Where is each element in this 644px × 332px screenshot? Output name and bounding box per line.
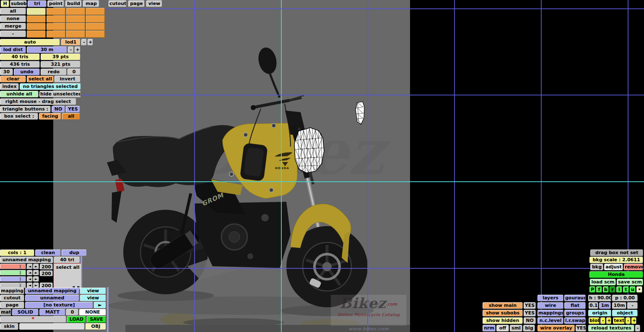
obj-button[interactable]: OBJ [86, 323, 106, 330]
nrm-off-button[interactable]: off [496, 325, 509, 332]
subob-grid-cell[interactable] [86, 15, 105, 23]
wire-overlay-button[interactable]: wire overlay [538, 325, 575, 332]
subob-grid-cell[interactable] [66, 8, 85, 15]
mat-solid-button[interactable]: SOLID [12, 309, 39, 316]
mappings-button[interactable]: mappings [538, 310, 564, 317]
color-select-all-box[interactable]: select all ◄ ► [54, 263, 82, 290]
grid-10m-button[interactable]: 10m [612, 302, 626, 309]
subob-grid-cell[interactable] [86, 23, 105, 30]
box-select-facing[interactable]: facing [39, 113, 61, 120]
save-scm-button[interactable]: save scm [617, 279, 643, 286]
lod-dist-plus-button[interactable]: + [75, 46, 80, 53]
text-minus-button[interactable]: - [626, 317, 631, 324]
mapping-name-display[interactable]: unnamed mapping [0, 257, 53, 263]
skin-name-field[interactable] [19, 323, 85, 330]
save-button[interactable]: SAVE [87, 316, 106, 323]
layers-button[interactable]: layers [538, 295, 564, 301]
tab-view[interactable]: view [146, 0, 162, 7]
red-dec-button[interactable]: ◄ [27, 264, 33, 269]
view-back-button[interactable]: b [603, 286, 609, 293]
grid-01m-button[interactable]: 0.1m [589, 302, 598, 309]
show-hidden-toggle[interactable]: NO [524, 317, 536, 324]
show-subobs-toggle[interactable]: YES [524, 310, 536, 317]
view-front-button[interactable]: f [596, 286, 602, 293]
view-left-button[interactable]: l [616, 286, 622, 293]
nclevel-button[interactable]: n.c.level [538, 317, 564, 324]
grid-minus-button[interactable]: - [627, 302, 638, 309]
show-subobs-button[interactable]: show subobs [483, 310, 523, 317]
tab-page[interactable]: page [128, 0, 145, 7]
subob-grid-cell[interactable] [27, 31, 46, 38]
wire-button[interactable]: wire [538, 302, 564, 309]
mat-none-button[interactable]: NONE [79, 309, 106, 316]
subob-none-button[interactable]: none [0, 15, 26, 22]
mapping-view-button[interactable]: view [80, 288, 106, 294]
subob-grid-cell-active[interactable] [27, 8, 46, 15]
subob-grid-cell[interactable] [27, 15, 46, 23]
origin-button[interactable]: origin [588, 310, 611, 317]
tab-tri[interactable]: tri [28, 0, 47, 7]
view-top-button[interactable]: t [623, 286, 629, 293]
subob-grid-cell[interactable] [86, 8, 105, 15]
cutout-row-value[interactable]: unnamed [25, 295, 79, 301]
view-dot-button[interactable]: • [636, 286, 642, 293]
triangle-buttons-yes[interactable]: YES [66, 106, 80, 113]
blob-button[interactable]: blob [589, 317, 600, 324]
clean-button[interactable]: clean [35, 250, 61, 256]
subob-minus-button[interactable]: - [0, 31, 26, 37]
wire-overlay-toggle[interactable]: YES [576, 325, 586, 332]
nrm-big-button[interactable]: big [523, 325, 535, 332]
gouraud-button[interactable]: gouraud [564, 295, 586, 301]
view-perspective-button[interactable]: P [589, 286, 595, 293]
headlight-mesh[interactable] [293, 127, 325, 173]
red-slider[interactable] [0, 264, 26, 269]
tab-point[interactable]: point [47, 0, 64, 7]
lod-dist-value[interactable]: 30 m [27, 46, 67, 53]
subob-all-button[interactable]: all [0, 8, 26, 15]
subob-merge-button[interactable]: merge [0, 23, 26, 30]
invert-button[interactable]: invert [55, 76, 80, 82]
skin-button[interactable]: skin [0, 323, 18, 330]
lod-minus-button[interactable]: - [81, 39, 87, 46]
tab-cutout[interactable]: cutout [109, 0, 127, 7]
dup-button[interactable]: dup [62, 250, 87, 256]
lod-auto-button[interactable]: auto [0, 39, 60, 46]
subob-grid-cell[interactable] [47, 8, 65, 15]
tab-build[interactable]: build [65, 0, 82, 7]
object-button[interactable]: object [612, 310, 638, 317]
show-main-button[interactable]: show main [483, 302, 523, 309]
lod-plus-button[interactable]: + [88, 39, 93, 46]
reload-minus-button[interactable]: - [635, 325, 640, 332]
subob-grid-cell[interactable] [47, 23, 65, 30]
color-select-all-label[interactable]: select all [54, 265, 81, 270]
select-all-button[interactable]: select all [27, 76, 54, 82]
page-next-button[interactable]: ► [94, 302, 106, 309]
lrswap-button[interactable]: l.r.swap [564, 317, 586, 324]
load-scm-button[interactable]: load scm [590, 279, 616, 286]
index-button[interactable]: index [0, 83, 19, 90]
tab-h[interactable]: H [1, 0, 9, 7]
blob-minus-button[interactable]: - [600, 317, 605, 324]
mat-number[interactable]: 0 [66, 309, 78, 316]
mat-matt-button[interactable]: MATT [39, 309, 65, 316]
grid-1m-button[interactable]: 1m [599, 302, 611, 309]
tab-map[interactable]: map [83, 0, 99, 7]
green-dec-button[interactable]: ◄ [27, 270, 33, 275]
cols-button[interactable]: cols : 1 [0, 250, 34, 256]
show-hidden-button[interactable]: show hidden [483, 317, 523, 324]
scm-name-display[interactable]: Honda [589, 271, 643, 278]
subob-grid-cell[interactable] [27, 23, 46, 30]
red-inc-button[interactable]: ► [33, 264, 39, 269]
green-value[interactable]: 200 [40, 270, 53, 276]
bkg-adjust-button[interactable]: adjust [604, 264, 623, 270]
blue-inc-button[interactable]: ► [33, 276, 39, 282]
redo-button[interactable]: redo [41, 69, 67, 75]
bkg-remove-button[interactable]: remove [624, 264, 643, 270]
load-button[interactable]: LOAD [67, 316, 86, 323]
green-inc-button[interactable]: ► [33, 270, 39, 275]
subob-grid-cell[interactable] [47, 31, 65, 38]
tab-subob[interactable]: subob [10, 0, 27, 7]
viewport-canvas[interactable]: Bikez [53, 0, 410, 332]
subob-grid-cell[interactable] [66, 15, 85, 23]
reload-textures-button[interactable]: reload textures [588, 325, 634, 332]
